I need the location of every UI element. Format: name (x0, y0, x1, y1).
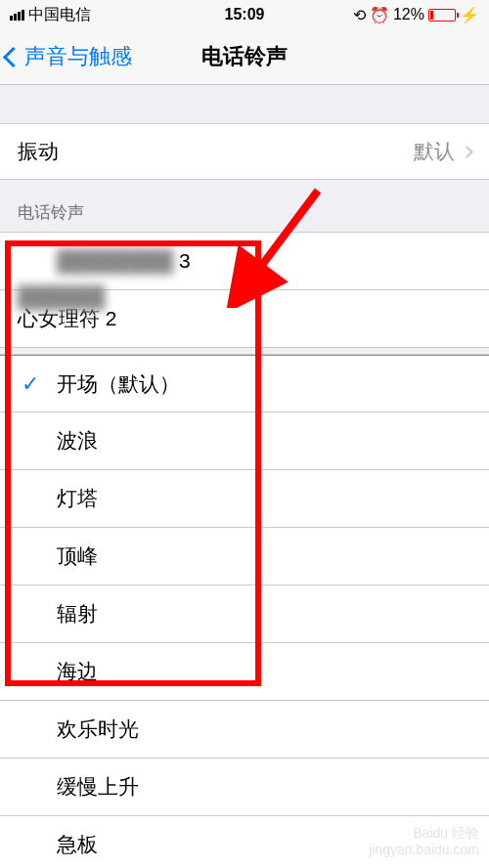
list-item-opening[interactable]: ✓ 开场（默认） (0, 355, 489, 412)
ringtone-label: 缓慢上升 (57, 773, 139, 801)
list-item[interactable]: 欢乐时光 (0, 701, 489, 759)
ringtone-label: 欢乐时光 (57, 716, 139, 743)
ringtone-label: 海边 (57, 658, 98, 685)
section-header-ringtones: 电话铃声 (0, 180, 489, 232)
list-item[interactable]: 缓慢上升 (0, 759, 489, 816)
blurred-text: ████████ (57, 249, 173, 272)
watermark: Baidu 经验 jingyan.baidu.com (369, 825, 479, 858)
check-icon: ✓ (22, 371, 39, 397)
signal-icon (10, 10, 24, 21)
ringtone-label: 顶峰 (57, 542, 98, 570)
status-bar: 中国电信 15:09 ⟲ ⏰ 12% ⚡ (0, 0, 489, 29)
vibration-value: 默认 (414, 138, 471, 165)
list-item[interactable]: 海边 (0, 643, 489, 701)
ringtones-list: ✓ 开场（默认） 波浪 灯塔 顶峰 辐射 海边 欢乐时光 缓慢上升 急板 (0, 354, 489, 868)
ringtone-label: 灯塔 (57, 485, 98, 512)
list-item[interactable]: 波浪 (0, 412, 489, 470)
chevron-left-icon (3, 46, 23, 66)
status-right: ⟲ ⏰ 12% ⚡ (353, 6, 479, 24)
battery-icon (428, 9, 456, 22)
vibration-label: 振动 (18, 138, 59, 165)
ringtone-label: 急板 (57, 831, 98, 858)
status-time: 15:09 (225, 6, 265, 23)
list-item[interactable]: ██████ 心女理符 2 (0, 290, 489, 348)
nav-bar: 声音与触感 电话铃声 (0, 29, 489, 85)
chevron-right-icon (461, 146, 473, 158)
blurred-text: ██████ (18, 285, 105, 309)
rotation-lock-icon: ⟲ (353, 6, 366, 24)
back-label: 声音与触感 (24, 42, 132, 71)
list-item[interactable]: 灯塔 (0, 470, 489, 528)
ringtone-label: 波浪 (57, 427, 98, 455)
page-title: 电话铃声 (201, 42, 288, 71)
list-item[interactable]: 顶峰 (0, 528, 489, 586)
alarm-icon: ⏰ (370, 6, 389, 24)
carrier-label: 中国电信 (28, 5, 91, 25)
vibration-row[interactable]: 振动 默认 (0, 123, 489, 180)
ringtone-label: 开场（默认） (57, 370, 180, 398)
list-item[interactable]: ████████ 3 (0, 233, 489, 290)
list-item[interactable]: 辐射 (0, 586, 489, 643)
status-left: 中国电信 (10, 5, 91, 25)
battery-pct: 12% (393, 6, 424, 23)
charging-icon: ⚡ (460, 6, 479, 24)
ringtone-label: 辐射 (57, 600, 98, 628)
back-button[interactable]: 声音与触感 (0, 42, 132, 71)
custom-tones-list: ████████ 3 ██████ 心女理符 2 (0, 232, 489, 348)
